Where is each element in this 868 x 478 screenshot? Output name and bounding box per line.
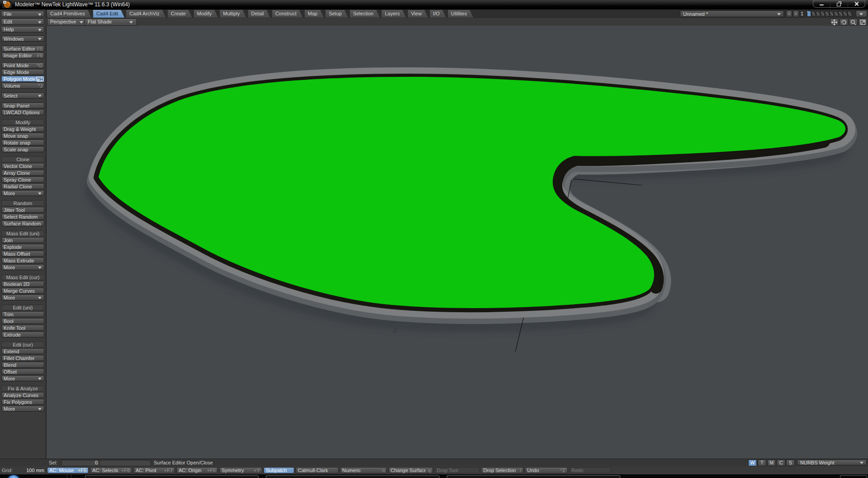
menu-edit[interactable]: Edit [1, 19, 44, 25]
start-orb-icon[interactable] [7, 475, 20, 478]
tab-setup[interactable]: Setup [326, 10, 348, 18]
sidebar-item-bool[interactable]: Bool [1, 318, 44, 324]
bottom-button-subpatch[interactable]: Subpatch [264, 467, 294, 473]
tab-cad4-primitives[interactable]: Cad4 Primitives [47, 10, 91, 18]
close-button[interactable] [848, 0, 865, 7]
vmap-mode-w[interactable]: W [748, 459, 757, 466]
sidebar-item-trim[interactable]: Trim [1, 311, 44, 317]
layer-box-3[interactable] [816, 11, 820, 17]
sidebar-item-boolean-2d[interactable]: Boolean 2D [1, 281, 44, 287]
vmap-mode-s[interactable]: S [786, 459, 795, 466]
sidebar-item-move-snap[interactable]: Move snap [1, 133, 44, 139]
sidebar-item-more[interactable]: More [1, 406, 44, 412]
object-name-dropdown[interactable]: Unnamed * [680, 10, 784, 17]
layer-box-2[interactable] [811, 11, 816, 17]
sidebar-item-drag-weight[interactable]: Drag & Weight [1, 126, 44, 132]
tab-utilities[interactable]: Utilities [448, 10, 473, 18]
tab-selection[interactable]: Selection [350, 10, 380, 18]
minimize-button[interactable] [813, 0, 830, 7]
sidebar-item-radial-clone[interactable]: Radial Clone [1, 183, 44, 189]
rotate-icon[interactable] [840, 19, 848, 26]
tab-modify[interactable]: Modify [194, 10, 218, 18]
tab-i-o[interactable]: I/O [430, 10, 446, 18]
sidebar-item-image-editor[interactable]: Image EditorF6 [1, 52, 44, 58]
taskbar-app-group[interactable] [447, 475, 620, 478]
layer-dropdown[interactable] [856, 10, 867, 17]
menu-file[interactable]: File [1, 11, 44, 17]
sidebar-item-extend[interactable]: Extend [1, 348, 44, 354]
sidebar-item-edge-mode[interactable]: Edge Mode [1, 69, 44, 75]
sidebar-item-volume[interactable]: Volume^J [1, 83, 44, 89]
sidebar-item-surface-random[interactable]: Surface Random [1, 220, 44, 226]
sidebar-item-offset[interactable]: Offset [1, 369, 44, 375]
taskbar-app-group[interactable] [85, 475, 259, 478]
view-mode-dropdown[interactable]: Perspective [47, 19, 86, 26]
tab-cad4-archviz[interactable]: Cad4 ArchViz [126, 10, 165, 18]
sidebar-item-blend[interactable]: Blend [1, 362, 44, 368]
tab-construct[interactable]: Construct [272, 10, 303, 18]
bottom-button-symmetry[interactable]: Symmetry+Y [219, 467, 262, 473]
sidebar-item-surface-editor[interactable]: Surface EditorF5 [1, 46, 44, 52]
layer-box-4[interactable] [821, 11, 825, 17]
sidebar-item-extrude[interactable]: Extrude [1, 332, 44, 337]
sidebar-item-scale-snap[interactable]: Scale snap [1, 146, 44, 152]
layer-box-6[interactable] [830, 11, 834, 17]
sidebar-item-more[interactable]: More [1, 264, 44, 270]
menu-help[interactable]: Help [1, 26, 44, 33]
prev-layer-bank-button[interactable]: ‹ [786, 10, 792, 17]
sidebar-item-explode[interactable]: Explode [1, 244, 44, 250]
tab-view[interactable]: View [408, 10, 428, 18]
show-desktop-button[interactable] [840, 475, 867, 478]
layer-box-5[interactable] [825, 11, 829, 17]
sidebar-item-knife-tool[interactable]: Knife Tool [1, 325, 44, 331]
sidebar-item-select[interactable]: Select [1, 93, 44, 98]
bottom-button-undo[interactable]: Undo^Z [525, 467, 568, 473]
perspective-viewport[interactable]: -Z [47, 26, 868, 459]
pan-icon[interactable] [830, 19, 839, 26]
bottom-button-ac-selection[interactable]: AC: Selection+F8 [90, 467, 132, 473]
next-layer-bank-button[interactable]: › [793, 10, 799, 17]
tab-create[interactable]: Create [168, 10, 192, 18]
shade-mode-dropdown[interactable]: Flat Shade [85, 19, 137, 26]
sidebar-item-join[interactable]: Join [1, 237, 44, 243]
vmap-mode-c[interactable]: C [777, 459, 785, 466]
bottom-button-ac-pivot[interactable]: AC: Pivot+F7 [133, 467, 175, 473]
layer-box-10[interactable] [848, 11, 852, 17]
tab-multiply[interactable]: Multiply [220, 10, 246, 18]
sidebar-item-windows[interactable]: Windows [1, 36, 44, 42]
sidebar-item-merge-curves[interactable]: Merge Curves [1, 288, 44, 294]
sidebar-item-more[interactable]: More [1, 295, 44, 300]
tab-layers[interactable]: Layers [382, 10, 406, 18]
bottom-button-ac-mouse[interactable]: AC: Mouse+F5 [47, 467, 89, 473]
restore-button[interactable] [830, 0, 848, 7]
bottom-button-drop-selection[interactable]: Drop Selection/ [481, 467, 524, 473]
tab-detail[interactable]: Detail [248, 10, 270, 18]
maximize-viewport-icon[interactable] [859, 19, 867, 26]
sidebar-item-rotate-snap[interactable]: Rotate snap [1, 140, 44, 145]
bottom-button-numeric[interactable]: Numericn [340, 467, 387, 473]
sidebar-item-analyze-curves[interactable]: Analyze Curves [1, 392, 44, 398]
layer-box-1[interactable] [807, 11, 811, 17]
bottom-button-change-surface[interactable]: Change Surfaceq [388, 467, 433, 473]
bottom-button-ac-origin[interactable]: AC: Origin+F6 [176, 467, 218, 473]
sidebar-item-more[interactable]: More [1, 375, 44, 381]
vmap-mode-t[interactable]: T [758, 459, 766, 466]
zoom-icon[interactable] [849, 19, 858, 26]
tab-map[interactable]: Map [305, 10, 324, 18]
sidebar-item-more[interactable]: More [1, 190, 44, 196]
taskbar-app-group[interactable] [266, 475, 439, 478]
sidebar-item-mass-offset[interactable]: Mass Offset [1, 251, 44, 257]
vertex-map-dropdown[interactable]: NURBS Weight [797, 459, 867, 465]
layer-box-7[interactable] [834, 11, 838, 17]
sidebar-item-jitter-tool[interactable]: Jitter Tool [1, 207, 44, 213]
sidebar-item-lwcad-options[interactable]: LWCAD Options [1, 109, 44, 115]
sidebar-item-fillet-chamfer[interactable]: Fillet Chamfer [1, 355, 44, 361]
sidebar-item-spray-clone[interactable]: Spray Clone [1, 177, 44, 183]
sidebar-item-array-clone[interactable]: Array Clone [1, 170, 44, 176]
sidebar-item-polygon-mode[interactable]: Polygon Mode^H [1, 76, 44, 82]
sidebar-item-fix-polygons[interactable]: Fix Polygons [1, 399, 44, 405]
layer-box-9[interactable] [843, 11, 847, 17]
sidebar-item-vector-clone[interactable]: Vector Clone [1, 163, 44, 169]
layer-box-8[interactable] [839, 11, 843, 17]
tab-cad4-edit[interactable]: Cad4 Edit [93, 10, 124, 18]
